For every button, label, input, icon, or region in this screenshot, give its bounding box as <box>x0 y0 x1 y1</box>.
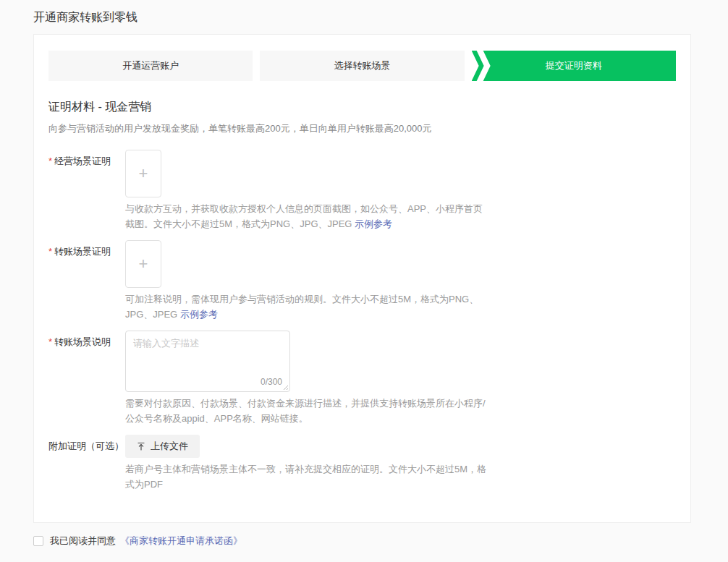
field-description: 需要对付款原因、付款场景、付款资金来源进行描述，并提供支持转账场景所在小程序/ … <box>125 396 487 426</box>
step-open-operating-account: 开通运营账户 <box>48 51 253 81</box>
agreement-checkbox[interactable] <box>33 536 43 546</box>
image-upload-box[interactable]: + <box>125 240 161 288</box>
step-submit-proof-active: 提交证明资料 <box>472 51 676 81</box>
step-bar: 开通运营账户 选择转账场景 提交证明资料 <box>48 51 676 81</box>
description-textarea-wrap: 0/300 <box>125 331 290 392</box>
section-subtitle: 向参与营销活动的用户发放现金奖励，单笔转账最高200元，单日向单用户转账最高20… <box>48 122 676 135</box>
field-additional-proof: 附加证明（可选） 上传文件 若商户号主体和营销场景主体不一致，请补充提交相应的证… <box>48 435 676 492</box>
field-label: *转账场景证明 <box>48 240 125 322</box>
proof-form: *经营场景证明 + 与收款方互动，并获取收款方授权个人信息的页面截图，如公众号、… <box>48 150 676 492</box>
required-mark: * <box>48 246 52 257</box>
field-transfer-scene-proof: *转账场景证明 + 可加注释说明，需体现用户参与营销活动的规则。文件大小不超过5… <box>48 240 676 322</box>
field-description: 与收款方互动，并获取收款方授权个人信息的页面截图，如公众号、APP、小程序首页 … <box>125 201 487 231</box>
agreement-row: 我已阅读并同意 《商家转账开通申请承诺函》 <box>33 535 728 548</box>
field-label: *转账场景说明 <box>48 331 125 426</box>
char-counter: 0/300 <box>261 377 282 387</box>
required-mark: * <box>48 336 52 347</box>
agreement-letter-link[interactable]: 《商家转账开通申请承诺函》 <box>120 535 242 548</box>
field-label: *经营场景证明 <box>48 150 125 231</box>
agreement-text: 我已阅读并同意 <box>50 535 116 548</box>
required-mark: * <box>48 156 52 166</box>
form-card: 开通运营账户 选择转账场景 提交证明资料 证明材料 - 现金营销 向参与营销活动… <box>33 34 691 523</box>
sample-reference-link[interactable]: 示例参考 <box>180 309 218 320</box>
step-select-transfer-scene: 选择转账场景 <box>260 51 464 81</box>
sample-reference-link[interactable]: 示例参考 <box>355 218 392 229</box>
step-label: 提交证明资料 <box>546 59 602 72</box>
step-label: 选择转账场景 <box>334 59 390 72</box>
field-description: 若商户号主体和营销场景主体不一致，请补充提交相应的证明。文件大小不超过5M，格 … <box>125 461 487 492</box>
page-title: 开通商家转账到零钱 <box>0 0 728 34</box>
upload-icon <box>137 442 145 451</box>
plus-icon: + <box>139 166 148 182</box>
section-title: 证明材料 - 现金营销 <box>48 100 676 115</box>
plus-icon: + <box>139 256 148 272</box>
field-description: 可加注释说明，需体现用户参与营销活动的规则。文件大小不超过5M，格式为PNG、 … <box>125 291 487 322</box>
field-business-scene-proof: *经营场景证明 + 与收款方互动，并获取收款方授权个人信息的页面截图，如公众号、… <box>48 150 676 231</box>
step-label: 开通运营账户 <box>122 59 179 72</box>
field-label: 附加证明（可选） <box>48 435 125 492</box>
image-upload-box[interactable]: + <box>125 150 161 197</box>
field-transfer-scene-description: *转账场景说明 0/300 需要对付款原因、付款场景、付款资金来源进行描述，并提… <box>48 331 676 426</box>
upload-file-button[interactable]: 上传文件 <box>125 435 200 458</box>
